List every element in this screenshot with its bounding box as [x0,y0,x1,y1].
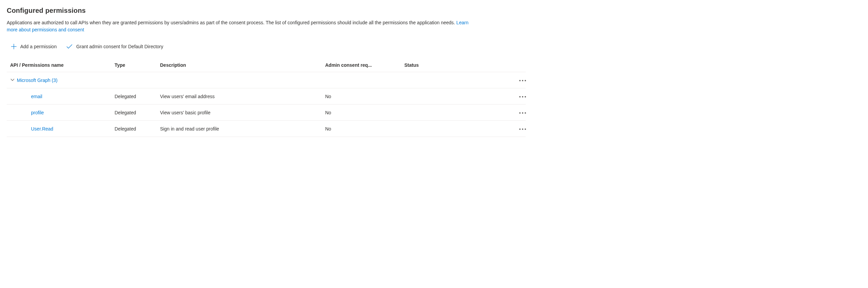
svg-point-13 [525,128,526,130]
svg-point-6 [522,96,523,97]
grant-admin-consent-label: Grant admin consent for Default Director… [76,44,163,49]
col-header-type[interactable]: Type [115,62,160,68]
svg-point-5 [519,96,521,97]
col-header-admin-consent[interactable]: Admin consent req... [325,62,404,68]
permission-description: View users' email address [160,94,325,99]
permission-name-link[interactable]: profile [31,110,44,115]
api-group-toggle[interactable]: Microsoft Graph (3) [10,77,58,83]
table-row: profile Delegated View users' basic prof… [7,105,526,121]
add-permission-button[interactable]: Add a permission [10,42,57,51]
svg-point-8 [519,112,521,114]
permission-description: View users' basic profile [160,110,325,115]
section-description: Applications are authorized to call APIs… [7,19,478,33]
row-more-button[interactable] [518,92,528,100]
group-more-button[interactable] [518,76,528,84]
svg-point-4 [525,80,526,81]
more-horizontal-icon [519,78,526,83]
table-header-row: API / Permissions name Type Description … [7,58,526,72]
plus-icon [11,44,17,50]
more-horizontal-icon [519,126,526,131]
permission-type: Delegated [115,110,160,115]
permission-admin-consent: No [325,110,404,115]
svg-point-12 [522,128,523,130]
svg-point-2 [519,80,521,81]
permissions-table: API / Permissions name Type Description … [7,58,526,137]
chevron-down-icon [10,77,15,83]
permission-name-link[interactable]: email [31,94,42,99]
description-text: Applications are authorized to call APIs… [7,20,456,25]
permission-name-link[interactable]: User.Read [31,126,53,132]
api-group-name: Microsoft Graph (3) [17,78,58,83]
svg-point-9 [522,112,523,114]
svg-point-3 [522,80,523,81]
more-horizontal-icon [519,110,526,115]
checkmark-icon [66,44,73,50]
api-group-row: Microsoft Graph (3) [7,72,526,88]
permission-description: Sign in and read user profile [160,126,325,132]
col-header-api-name[interactable]: API / Permissions name [10,62,115,68]
col-header-description[interactable]: Description [160,62,325,68]
table-row: User.Read Delegated Sign in and read use… [7,121,526,137]
permission-type: Delegated [115,126,160,132]
grant-admin-consent-button[interactable]: Grant admin consent for Default Director… [65,42,164,51]
table-row: email Delegated View users' email addres… [7,88,526,105]
more-horizontal-icon [519,94,526,99]
permissions-toolbar: Add a permission Grant admin consent for… [10,42,861,51]
row-more-button[interactable] [518,125,528,133]
permission-admin-consent: No [325,94,404,99]
permission-admin-consent: No [325,126,404,132]
svg-point-10 [525,112,526,114]
row-more-button[interactable] [518,109,528,116]
section-title: Configured permissions [7,7,861,15]
configured-permissions-section: Configured permissions Applications are … [7,7,861,137]
add-permission-label: Add a permission [20,44,57,49]
col-header-status[interactable]: Status [404,62,502,68]
svg-point-11 [519,128,521,130]
permission-type: Delegated [115,94,160,99]
svg-point-7 [525,96,526,97]
